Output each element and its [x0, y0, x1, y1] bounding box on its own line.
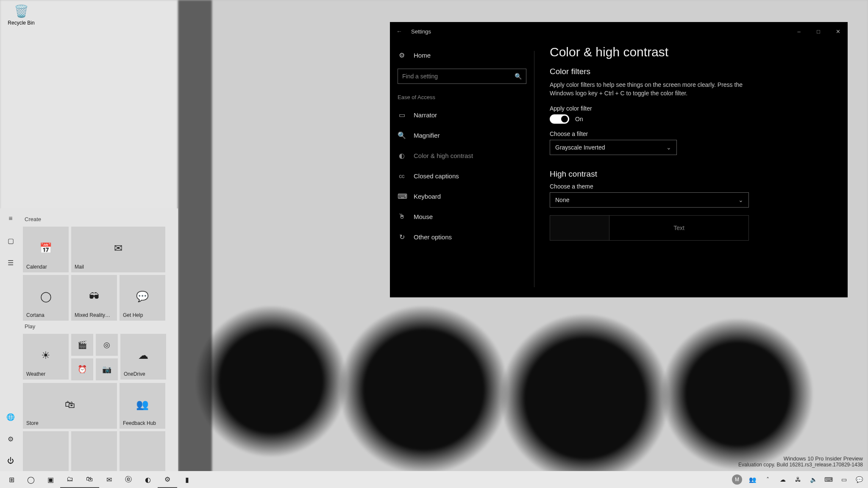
- sidebar-item-narrator[interactable]: ▭ Narrator: [390, 105, 534, 125]
- minimize-button[interactable]: –: [789, 22, 809, 41]
- settings-search[interactable]: 🔍: [398, 69, 526, 84]
- tray-volume-icon[interactable]: 🔈: [806, 471, 821, 488]
- tray-keyboard-icon[interactable]: ⌨: [821, 471, 836, 488]
- chevron-down-icon: ⌄: [738, 197, 743, 203]
- captions-icon: ㏄: [398, 172, 406, 180]
- tray-action-center[interactable]: 💬: [852, 471, 866, 488]
- sidebar-home[interactable]: ⚙ Home: [390, 45, 534, 65]
- other-icon: ↻: [398, 233, 406, 241]
- start-button[interactable]: ⊞: [2, 471, 21, 488]
- sidebar-item-label: Closed captions: [414, 172, 459, 180]
- settings-window: ← Settings – □ ✕ ⚙ Home 🔍 Ease of Access…: [390, 22, 848, 297]
- tile-placeholder-1[interactable]: [23, 431, 69, 471]
- recycle-bin-icon: 🗑️: [4, 4, 38, 18]
- toggle-track[interactable]: [550, 114, 569, 124]
- clock-icon: ⏰: [78, 365, 87, 374]
- taskbar-mail[interactable]: ✉: [99, 471, 119, 488]
- sidebar-item-label: Color & high contrast: [414, 152, 473, 159]
- start-pinned-button[interactable]: ▢: [6, 236, 16, 246]
- toggle-knob: [561, 116, 568, 122]
- choose-filter-label: Choose a filter: [550, 130, 831, 137]
- start-expand-button[interactable]: ≡: [6, 214, 16, 224]
- tile-alarms[interactable]: ⏰: [71, 358, 93, 380]
- toggle-state: On: [575, 116, 583, 122]
- sidebar-group-label: Ease of Access: [390, 92, 534, 105]
- section-high-contrast: High contrast: [550, 169, 831, 179]
- choose-theme-dropdown[interactable]: None ⌄: [550, 192, 749, 208]
- contrast-icon: ◐: [398, 152, 406, 160]
- start-group-create[interactable]: Create: [25, 216, 173, 222]
- tile-mail[interactable]: ✉ Mail: [71, 227, 165, 272]
- maximize-button[interactable]: □: [809, 22, 828, 41]
- section-color-filters: Color filters: [550, 67, 831, 76]
- tile-camera[interactable]: 📷: [96, 358, 118, 380]
- choose-theme-label: Choose a theme: [550, 183, 831, 190]
- start-menu: ≡ ▢ ☰ 🌐 ⚙ ⏻ Create 📅 Calendar ✉ Mail ◯ C…: [0, 208, 178, 471]
- feedback-icon: 👥: [136, 399, 149, 410]
- tile-calendar[interactable]: 📅 Calendar: [23, 227, 69, 272]
- back-button[interactable]: ←: [390, 28, 409, 35]
- start-network-icon[interactable]: 🌐: [6, 412, 16, 422]
- tile-mixed-reality[interactable]: 🕶 Mixed Reality…: [71, 275, 117, 321]
- sidebar-item-closed-captions[interactable]: ㏄ Closed captions: [390, 166, 534, 186]
- tile-placeholder-3[interactable]: [120, 431, 165, 471]
- taskbar-settings[interactable]: ⚙: [158, 471, 177, 488]
- tile-weather[interactable]: ☀ Weather: [23, 334, 69, 380]
- sidebar-home-label: Home: [414, 52, 431, 59]
- sidebar-item-magnifier[interactable]: 🔍 Magnifier: [390, 125, 534, 145]
- tray-people[interactable]: 👥: [745, 471, 760, 488]
- movies-icon: 🎬: [78, 340, 87, 349]
- narrator-icon: ▭: [398, 111, 406, 119]
- weather-icon: ☀: [41, 349, 50, 361]
- tile-movies[interactable]: 🎬: [71, 334, 93, 356]
- taskbar-photos[interactable]: ◐: [138, 471, 158, 488]
- start-group-play[interactable]: Play: [25, 323, 173, 330]
- sidebar-item-keyboard[interactable]: ⌨ Keyboard: [390, 186, 534, 206]
- start-rail: ≡ ▢ ☰ 🌐 ⚙ ⏻: [0, 208, 21, 471]
- gear-icon: ⚙: [398, 51, 406, 59]
- taskbar-notepad[interactable]: ▮: [177, 471, 197, 488]
- tile-cortana[interactable]: ◯ Cortana: [23, 275, 69, 321]
- tile-groove[interactable]: ◎: [96, 334, 118, 356]
- sidebar-item-color-high-contrast[interactable]: ◐ Color & high contrast: [390, 145, 534, 166]
- chevron-down-icon: ⌄: [666, 144, 671, 151]
- sidebar-item-other-options[interactable]: ↻ Other options: [390, 227, 534, 247]
- window-title: Settings: [411, 28, 431, 35]
- sidebar-item-label: Keyboard: [414, 193, 441, 200]
- taskbar-edge[interactable]: ⓔ: [119, 471, 138, 488]
- tile-store[interactable]: 🛍 Store: [23, 383, 117, 429]
- apply-color-filter-toggle[interactable]: On: [550, 114, 831, 124]
- taskbar-file-explorer[interactable]: 🗂: [60, 471, 80, 488]
- tray-user-avatar[interactable]: M: [730, 471, 744, 488]
- start-settings-button[interactable]: ⚙: [6, 434, 16, 444]
- tray-input-icon[interactable]: ▭: [837, 471, 851, 488]
- tray-overflow[interactable]: ˄: [760, 471, 775, 488]
- color-filters-description: Apply color filters to help see things o…: [550, 80, 745, 97]
- search-input[interactable]: [402, 73, 515, 80]
- task-view-button[interactable]: ▣: [41, 471, 60, 488]
- cortana-icon: ◯: [40, 291, 52, 302]
- settings-titlebar[interactable]: ← Settings – □ ✕: [390, 22, 848, 41]
- tile-feedback-hub[interactable]: 👥 Feedback Hub: [120, 383, 165, 429]
- choose-filter-dropdown[interactable]: Grayscale Inverted ⌄: [550, 140, 677, 155]
- keyboard-icon: ⌨: [398, 192, 406, 200]
- tray-onedrive-icon[interactable]: ☁: [776, 471, 790, 488]
- onedrive-icon: ☁: [138, 349, 148, 361]
- tile-placeholder-2[interactable]: [71, 431, 117, 471]
- sidebar-item-mouse[interactable]: 🖱 Mouse: [390, 206, 534, 227]
- tile-get-help[interactable]: 💬 Get Help: [120, 275, 165, 321]
- close-button[interactable]: ✕: [828, 22, 848, 41]
- watermark-line1: Windows 10 Pro Insider Preview: [738, 455, 863, 462]
- settings-sidebar: ⚙ Home 🔍 Ease of Access ▭ Narrator 🔍 Mag…: [390, 41, 534, 297]
- tile-onedrive[interactable]: ☁ OneDrive: [120, 334, 166, 380]
- start-power-button[interactable]: ⏻: [6, 456, 16, 466]
- taskbar-store[interactable]: 🛍: [80, 471, 99, 488]
- tray-network-icon[interactable]: 🖧: [791, 471, 805, 488]
- start-all-apps-button[interactable]: ☰: [6, 258, 16, 268]
- system-tray: M 👥 ˄ ☁ 🖧 🔈 ⌨ ▭ 💬: [730, 471, 866, 488]
- high-contrast-preview: Text: [550, 215, 749, 241]
- preview-text: Text: [609, 216, 748, 240]
- cortana-search-button[interactable]: ◯: [21, 471, 41, 488]
- desktop-icon-recycle-bin[interactable]: 🗑️ Recycle Bin: [4, 4, 38, 26]
- choose-theme-value: None: [555, 197, 569, 203]
